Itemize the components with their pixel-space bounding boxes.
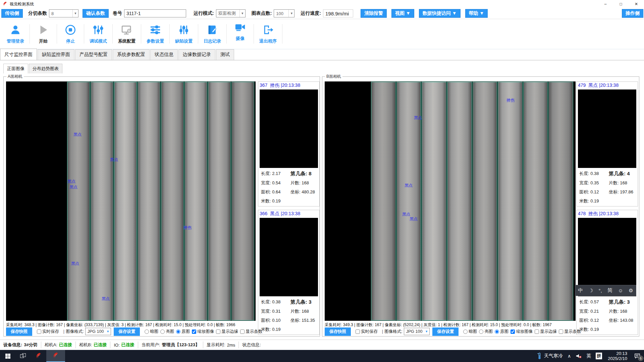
bright-image-radio[interactable]: [160, 329, 165, 334]
defect-card[interactable]: 367 挫伤 |20:13:38 长度: 2.17 第几条: 8 宽度: 0.5…: [258, 81, 320, 206]
realtime-save-checkbox[interactable]: [37, 329, 41, 334]
volume-muted-icon[interactable]: [573, 353, 584, 359]
ime-toolbar[interactable]: 中 ☽ °, 简 ☺ ⚙: [575, 285, 636, 296]
show-strips-checkbox[interactable]: [559, 329, 563, 334]
task-view-button[interactable]: [15, 350, 31, 362]
language-indicator[interactable]: 英: [584, 353, 593, 359]
drive-side-button[interactable]: 传动侧: [1, 9, 23, 18]
defect-header: 367 挫伤 |20:13:38: [258, 82, 319, 89]
defect-card[interactable]: 366 黑点 |20:13:38 长度: 0.38 第几条: 3 宽度: 0.3…: [258, 210, 320, 335]
app-window: 视觉检测系统 – □ ✕ 传动侧 分切条数 8 ▼ 确认条数 卷号 3117-1…: [0, 0, 644, 362]
operator-side-button[interactable]: 操作侧: [622, 9, 643, 18]
image-format-select[interactable]: JPG 100▼: [85, 328, 111, 335]
show-edge-checkbox[interactable]: [216, 329, 220, 334]
show-strips-checkbox[interactable]: [240, 329, 245, 334]
action-capture[interactable]: 摄像: [227, 17, 254, 42]
zoom-image-checkbox[interactable]: [511, 329, 515, 334]
tray-expand-button[interactable]: ∧: [565, 353, 573, 359]
strip-outline: [231, 82, 254, 320]
zoom-image-checkbox[interactable]: [192, 329, 196, 334]
save-snapshot-button[interactable]: 保存快照: [6, 327, 32, 336]
ime-simplified-icon[interactable]: 简: [607, 287, 612, 294]
defect-header: 366 黑点 |20:13:38: [258, 210, 319, 218]
strip-outline: [523, 82, 548, 320]
strip-outline: [67, 82, 90, 320]
tab-test[interactable]: 测试: [216, 49, 234, 60]
image-defect-label: 黑点: [110, 157, 118, 163]
tab-product-model[interactable]: 产品型号配置: [75, 49, 112, 60]
top-toolbar: 传动侧 分切条数 8 ▼ 确认条数 卷号 3117-1 运行模式: 双面检测 ▼…: [0, 8, 644, 19]
ime-punctuation-icon[interactable]: °,: [599, 288, 602, 293]
action-start[interactable]: 开始: [30, 19, 57, 44]
image-format-select[interactable]: JPG 100▼: [404, 328, 430, 335]
action-system-config[interactable]: 系统配置: [113, 19, 141, 44]
date: 2025/2/10: [608, 356, 627, 361]
start-button[interactable]: [0, 350, 15, 362]
save-settings-button[interactable]: 保存设置: [432, 327, 459, 336]
maximize-button[interactable]: □: [613, 0, 629, 8]
data-quick-access-button[interactable]: 数据快捷访问 ▼: [419, 9, 461, 18]
action-admin-login[interactable]: 管理登录: [1, 19, 30, 44]
camera-a-controls: 保存快照 实时保存 ｜图像格式: JPG 100▼ 保存设置 暗图 亮图 原图 …: [6, 327, 262, 336]
camera-a-panel: A面相机 黑点黑点黑点黑点挫伤黑点黑点 367 挫伤 |20:13:38 长度:…: [3, 76, 320, 337]
tab-system-params[interactable]: 系统参数配置: [113, 49, 150, 60]
original-image-radio[interactable]: [176, 329, 180, 334]
pinned-app-button[interactable]: [31, 350, 46, 362]
running-app-button[interactable]: [46, 350, 65, 362]
action-debug-mode[interactable]: 调试模式: [84, 19, 112, 44]
camera-a-image[interactable]: 黑点黑点黑点黑点挫伤黑点黑点: [6, 81, 256, 321]
title-bar: 视觉检测系统 – □ ✕: [0, 0, 644, 8]
save-snapshot-button[interactable]: 保存快照: [325, 327, 351, 336]
ime-settings-icon[interactable]: ⚙: [629, 288, 633, 294]
status-message: 状态信息:: [239, 342, 264, 348]
minimize-button[interactable]: –: [598, 0, 613, 8]
chart-points-select[interactable]: 100 ▼: [274, 9, 294, 17]
camera-b-controls: 保存快照 实时保存 ｜图像格式: JPG 100▼ 保存设置 暗图 亮图 原图 …: [325, 327, 581, 336]
tab-status-info[interactable]: 状态信息: [150, 49, 178, 60]
clear-alarm-button[interactable]: 清除报警: [361, 9, 387, 18]
camera-b-status-line: 采集耗时: 349.3 | 图像计数: 167 | 像素坐标: (5202,24…: [325, 322, 575, 328]
image-defect-label: 黑点: [410, 216, 418, 222]
dark-image-radio[interactable]: [463, 329, 468, 334]
bright-image-radio[interactable]: [479, 329, 483, 334]
tab-trend-chart[interactable]: 分布趋势图表: [29, 64, 62, 73]
tab-edge-data[interactable]: 边缘数据记录: [178, 49, 215, 60]
action-param-settings[interactable]: 参数设置: [141, 19, 169, 44]
help-menu-button[interactable]: 帮助 ▼: [465, 9, 488, 18]
ime-halfwidth-icon[interactable]: ☽: [589, 288, 593, 294]
show-edge-checkbox[interactable]: [535, 329, 539, 334]
tab-size-monitor[interactable]: 尺寸监控界面: [0, 49, 37, 60]
defect-card[interactable]: 479 黑点 |20:13:38 长度: 0.38 第几条: 4 宽度: 0.3…: [576, 81, 638, 206]
camera-b-image[interactable]: 挫伤黑点黑点黑点黑点: [325, 81, 576, 321]
image-defect-label: 黑点: [405, 183, 413, 188]
ime-emoji-icon[interactable]: ☺: [618, 288, 623, 293]
ime-indicator[interactable]: 拼: [593, 353, 604, 359]
defect-card[interactable]: 478 挫伤 |20:13:38 长度: 0.57 第几条: 3 宽度: 0.2…: [576, 210, 638, 335]
slice-count-select[interactable]: 8 ▼: [49, 9, 78, 17]
roll-number-input[interactable]: 3117-1: [124, 9, 186, 17]
action-log-record[interactable]: 日志记录: [198, 19, 226, 44]
weather-widget[interactable]: 天气寒冷: [535, 352, 565, 360]
dark-image-radio[interactable]: [145, 329, 149, 334]
app-status-bar: 设备信息:3#分切 相机A:已连接 相机B:已连接 IO:已连接 当前用户:管理…: [0, 340, 644, 350]
tab-front-image[interactable]: 正面图像: [3, 64, 28, 73]
action-defect-settings[interactable]: 缺陷设置: [170, 19, 198, 44]
action-stop[interactable]: 停止: [57, 19, 84, 44]
notification-center-button[interactable]: 6: [631, 350, 644, 362]
thermometer-icon: [537, 352, 542, 360]
confirm-count-button[interactable]: 确认条数: [83, 9, 109, 18]
realtime-save-checkbox[interactable]: [356, 329, 360, 334]
close-button[interactable]: ✕: [629, 0, 644, 8]
param-sliders-icon: [149, 23, 161, 37]
strip-outline: [473, 82, 497, 320]
ime-lang-mode[interactable]: 中: [578, 287, 583, 294]
action-exit-program[interactable]: 退出程序: [254, 19, 282, 44]
windows-logo-icon: [5, 354, 10, 359]
run-mode-select[interactable]: 双面检测 ▼: [216, 9, 246, 17]
original-image-radio[interactable]: [495, 329, 499, 334]
save-settings-button[interactable]: 保存设置: [114, 327, 140, 336]
clock[interactable]: 20:13 2025/2/10: [604, 351, 631, 361]
tab-defect-monitor[interactable]: 缺陷监控界面: [38, 49, 74, 60]
strip-outline: [498, 82, 523, 320]
view-menu-button[interactable]: 视图 ▼: [391, 9, 414, 18]
